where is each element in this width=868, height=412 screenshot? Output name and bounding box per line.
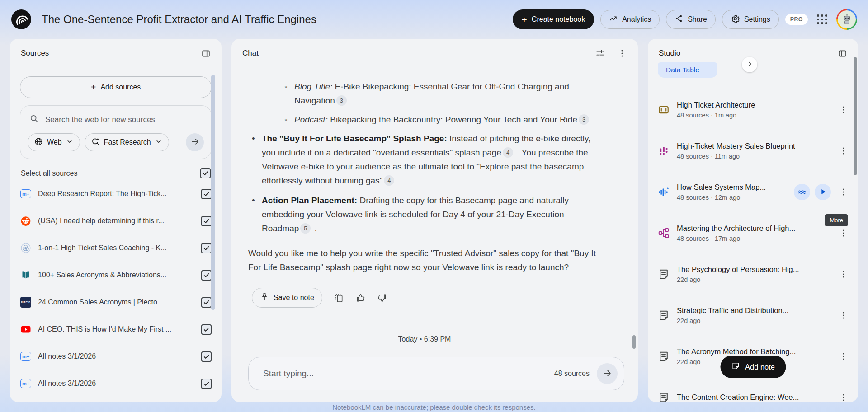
collapse-sources-panel-icon[interactable] bbox=[201, 49, 211, 58]
interactive-mode-icon[interactable] bbox=[794, 184, 810, 200]
chat-settings-tune-icon[interactable] bbox=[595, 48, 605, 58]
source-list-item[interactable]: 100+ Sales Acronyms & Abbreviations... bbox=[20, 262, 212, 289]
citation-chip[interactable]: 3 bbox=[336, 95, 347, 106]
source-checkbox[interactable] bbox=[201, 324, 212, 335]
studio-item-title: The Acronym Method for Batching... bbox=[677, 347, 832, 356]
sources-body: + Add sources Web bbox=[10, 68, 222, 397]
source-list-item[interactable]: m+All notes 3/1/2026 bbox=[20, 370, 212, 397]
studio-item-title: How Sales Systems Map... bbox=[677, 183, 788, 192]
notebooklm-logo[interactable] bbox=[11, 9, 32, 30]
flowchart-icon bbox=[657, 227, 670, 239]
source-checkbox[interactable] bbox=[201, 270, 212, 281]
data-table-chip-label: Data Table bbox=[666, 66, 699, 74]
create-notebook-button[interactable]: + Create notebook bbox=[513, 9, 594, 29]
citation-chip[interactable]: 3 bbox=[579, 114, 589, 125]
item-more-menu-icon[interactable] bbox=[838, 393, 849, 403]
add-sources-button[interactable]: + Add sources bbox=[20, 76, 212, 98]
chat-input-bar: 48 sources bbox=[248, 357, 624, 390]
item-more-menu-icon[interactable] bbox=[838, 269, 849, 279]
add-note-icon bbox=[731, 361, 740, 372]
source-list-item[interactable]: PLECTO24 Common Sales Acronyms | Plecto bbox=[20, 289, 212, 316]
studio-item-text: The Psychology of Persuasion: Hig...22d … bbox=[677, 265, 832, 283]
thumbs-down-icon[interactable] bbox=[377, 293, 387, 303]
bullet-marker: • bbox=[252, 131, 255, 145]
citation-chip[interactable]: 4 bbox=[503, 147, 513, 158]
source-checkbox[interactable] bbox=[201, 379, 212, 389]
web-filter-dropdown[interactable]: Web bbox=[28, 133, 80, 151]
add-note-button[interactable]: Add note bbox=[720, 356, 786, 378]
chat-scrollbar[interactable] bbox=[632, 335, 636, 349]
thumbs-up-icon[interactable] bbox=[355, 293, 366, 303]
source-title: All notes 3/1/2026 bbox=[38, 352, 195, 360]
sources-header: Sources bbox=[10, 39, 222, 68]
studio-item[interactable]: High-Ticket Mastery Sales Blueprint48 so… bbox=[648, 130, 858, 171]
studio-item-meta: 22d ago bbox=[677, 317, 832, 324]
message-actions-row: Save to note bbox=[252, 288, 601, 308]
copy-icon[interactable] bbox=[334, 293, 344, 303]
web-search-input[interactable] bbox=[44, 115, 202, 125]
research-mode-label: Fast Research bbox=[104, 138, 151, 146]
share-label: Share bbox=[688, 15, 707, 23]
plecto-icon: PLECTO bbox=[20, 297, 32, 308]
studio-item[interactable]: The Psychology of Persuasion: Hig...22d … bbox=[648, 253, 858, 295]
source-list: m+Deep Research Report: The High-Tick...… bbox=[20, 180, 212, 397]
analytics-button[interactable]: Analytics bbox=[600, 10, 660, 29]
studio-item[interactable]: High Ticket Architecture48 sources · 1m … bbox=[648, 89, 858, 130]
source-list-item[interactable]: AI CEO: THIS is How I'd Make My First ..… bbox=[20, 316, 212, 343]
studio-item[interactable]: Strategic Traffic and Distribution...22d… bbox=[648, 295, 858, 336]
studio-item-actions bbox=[794, 184, 831, 200]
studio-item[interactable]: The Content Creation Engine: Wee... bbox=[648, 377, 858, 402]
item-more-menu-icon[interactable] bbox=[838, 146, 849, 156]
source-title: (USA) I need help determining if this r.… bbox=[38, 217, 195, 225]
user-avatar[interactable] bbox=[836, 9, 857, 30]
apps-grid-icon[interactable] bbox=[817, 14, 827, 24]
chat-more-menu-icon[interactable] bbox=[617, 48, 627, 58]
share-button[interactable]: Share bbox=[666, 10, 716, 29]
settings-button[interactable]: Settings bbox=[722, 10, 779, 29]
studio-scrollbar[interactable] bbox=[854, 57, 857, 175]
source-checkbox[interactable] bbox=[201, 243, 212, 253]
source-checkbox[interactable] bbox=[201, 189, 212, 199]
notebook-title[interactable]: The One-Sentence Profit Extractor and AI… bbox=[42, 13, 316, 26]
citation-chip[interactable]: 4 bbox=[384, 175, 394, 186]
item-more-menu-icon[interactable] bbox=[838, 228, 849, 238]
research-mode-dropdown[interactable]: Fast Research bbox=[85, 133, 169, 151]
item-more-menu-icon[interactable] bbox=[838, 351, 849, 361]
chat-header: Chat bbox=[231, 39, 638, 68]
source-checkbox[interactable] bbox=[201, 216, 212, 226]
source-count-label: 48 sources bbox=[554, 370, 590, 378]
source-list-item[interactable]: m+Deep Research Report: The High-Tick... bbox=[20, 180, 212, 207]
item-more-menu-icon[interactable] bbox=[838, 105, 849, 115]
source-list-item[interactable]: m+All notes 3/1/2026 bbox=[20, 343, 212, 370]
data-table-chip[interactable]: Data Table bbox=[658, 62, 717, 78]
studio-item-title: The Content Creation Engine: Wee... bbox=[677, 393, 832, 402]
send-message-button[interactable] bbox=[597, 363, 618, 384]
item-more-menu-icon[interactable] bbox=[838, 187, 849, 197]
chat-scroll-area[interactable]: ◦Blog Title: E-Bike Bikepacking: Essenti… bbox=[231, 68, 638, 350]
collapse-studio-panel-icon[interactable] bbox=[838, 49, 847, 58]
item-more-menu-icon[interactable] bbox=[838, 310, 849, 320]
studio-item-meta: 48 sources · 17m ago bbox=[677, 235, 832, 242]
more-tooltip: More bbox=[825, 214, 848, 226]
play-icon[interactable] bbox=[815, 184, 831, 200]
report-icon bbox=[657, 392, 670, 403]
studio-item[interactable]: How Sales Systems Map...48 sources · 12m… bbox=[648, 171, 858, 212]
studio-item-text: Strategic Traffic and Distribution...22d… bbox=[677, 306, 832, 324]
scroll-chips-right-button[interactable] bbox=[742, 57, 757, 72]
search-submit-button[interactable] bbox=[186, 133, 204, 151]
gear-icon bbox=[731, 14, 740, 25]
sources-scrollbar[interactable] bbox=[211, 75, 215, 310]
source-list-item[interactable]: (USA) I need help determining if this r.… bbox=[20, 207, 212, 234]
source-checkbox[interactable] bbox=[201, 297, 212, 308]
chat-input[interactable] bbox=[262, 368, 550, 379]
source-list-item[interactable]: 1-on-1 High Ticket Sales Coaching - K... bbox=[20, 234, 212, 262]
citation-chip[interactable]: 5 bbox=[300, 223, 311, 234]
source-checkbox[interactable] bbox=[201, 351, 212, 362]
web-icon bbox=[20, 243, 32, 253]
sources-panel-title: Sources bbox=[21, 49, 49, 58]
save-to-note-button[interactable]: Save to note bbox=[252, 288, 322, 308]
select-all-checkbox[interactable] bbox=[200, 168, 211, 178]
studio-item-meta: 22d ago bbox=[677, 276, 832, 283]
source-title: Deep Research Report: The High-Tick... bbox=[38, 190, 195, 198]
studio-item-title: High Ticket Architecture bbox=[677, 101, 832, 109]
